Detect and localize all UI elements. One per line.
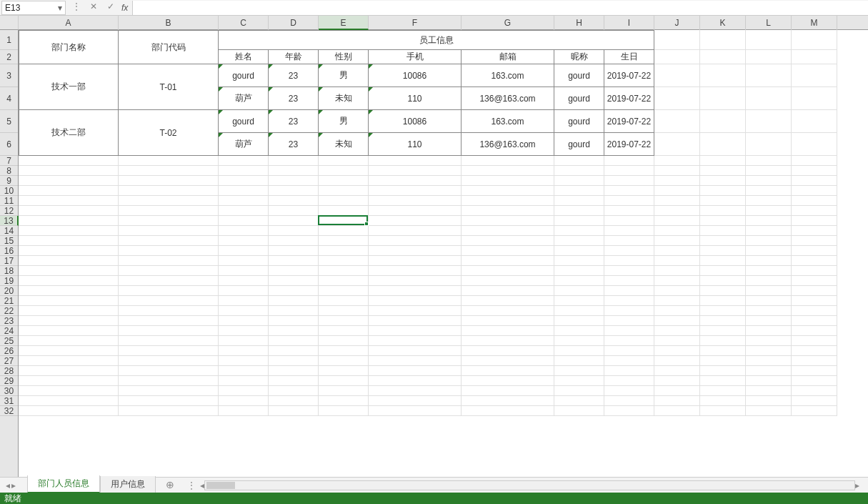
cell-D7[interactable] [269,156,319,166]
cell-K31[interactable] [700,396,746,406]
cell-L5[interactable] [746,110,792,133]
cell-B7[interactable] [119,156,219,166]
cell-H26[interactable] [554,346,604,356]
row-header-25[interactable]: 25 [0,336,18,346]
cell-L8[interactable] [746,166,792,176]
row-header-16[interactable]: 16 [0,246,18,256]
row-header-32[interactable]: 32 [0,406,18,416]
cell-H15[interactable] [554,236,604,246]
cell-H10[interactable] [554,186,604,196]
cell-J3[interactable] [654,64,700,87]
cell-F11[interactable] [369,196,462,206]
cell-M12[interactable] [792,206,837,216]
cell-M25[interactable] [792,336,837,346]
dept-name[interactable]: 技术一部 [19,64,119,110]
cell-J1[interactable] [654,30,700,50]
cell-G28[interactable] [462,366,554,376]
cell-J4[interactable] [654,87,700,110]
data-age[interactable]: 23 [269,133,319,156]
cell-L11[interactable] [746,196,792,206]
cell-M28[interactable] [792,366,837,376]
cell-D18[interactable] [269,266,319,276]
col-header-H[interactable]: H [554,16,604,30]
data-nick[interactable]: gourd [554,133,604,156]
cell-B16[interactable] [119,246,219,256]
cell-B15[interactable] [119,236,219,246]
cell-K32[interactable] [700,406,746,416]
cell-G16[interactable] [462,246,554,256]
cell-L3[interactable] [746,64,792,87]
cell-I22[interactable] [604,306,654,316]
cell-J2[interactable] [654,50,700,64]
cell-E30[interactable] [319,386,369,396]
header-sub-birthday[interactable]: 生日 [604,50,654,64]
col-header-D[interactable]: D [269,16,319,30]
cell-J32[interactable] [654,406,700,416]
cell-A15[interactable] [19,236,119,246]
cell-E21[interactable] [319,296,369,306]
cell-L13[interactable] [746,216,792,226]
data-name[interactable]: gourd [219,110,269,133]
cell-K27[interactable] [700,356,746,366]
cell-L19[interactable] [746,276,792,286]
cell-C25[interactable] [219,336,269,346]
cell-C27[interactable] [219,356,269,366]
header-dept-name[interactable]: 部门名称 [19,30,119,64]
cell-H30[interactable] [554,386,604,396]
scroll-track[interactable] [204,480,855,490]
cell-K29[interactable] [700,376,746,386]
cell-A26[interactable] [19,346,119,356]
cell-F28[interactable] [369,366,462,376]
row-header-2[interactable]: 2 [0,50,18,64]
cell-F26[interactable] [369,346,462,356]
row-header-10[interactable]: 10 [0,186,18,196]
dept-name[interactable]: 技术二部 [19,110,119,156]
cell-J12[interactable] [654,206,700,216]
cell-L16[interactable] [746,246,792,256]
cell-C21[interactable] [219,296,269,306]
cell-K16[interactable] [700,246,746,256]
cell-K13[interactable] [700,216,746,226]
cell-I27[interactable] [604,356,654,366]
cell-I15[interactable] [604,236,654,246]
cell-M11[interactable] [792,196,837,206]
data-nick[interactable]: gourd [554,110,604,133]
cell-D21[interactable] [269,296,319,306]
cell-I12[interactable] [604,206,654,216]
cell-H16[interactable] [554,246,604,256]
cell-F32[interactable] [369,406,462,416]
select-all-corner[interactable] [0,16,19,30]
cell-M2[interactable] [792,50,837,64]
cell-J29[interactable] [654,376,700,386]
cell-H19[interactable] [554,276,604,286]
cell-L7[interactable] [746,156,792,166]
cell-C11[interactable] [219,196,269,206]
cell-K15[interactable] [700,236,746,246]
col-header-L[interactable]: L [746,16,792,30]
cell-I19[interactable] [604,276,654,286]
cell-E27[interactable] [319,356,369,366]
cell-G25[interactable] [462,336,554,346]
cell-C18[interactable] [219,266,269,276]
cell-E15[interactable] [319,236,369,246]
cell-B32[interactable] [119,406,219,416]
cell-J11[interactable] [654,196,700,206]
cell-E32[interactable] [319,406,369,416]
row-header-15[interactable]: 15 [0,236,18,246]
cell-H23[interactable] [554,316,604,326]
cell-F9[interactable] [369,176,462,186]
cell-J24[interactable] [654,326,700,336]
cell-I21[interactable] [604,296,654,306]
cell-K20[interactable] [700,286,746,296]
cell-C10[interactable] [219,186,269,196]
cell-M29[interactable] [792,376,837,386]
col-header-A[interactable]: A [19,16,119,30]
cell-B13[interactable] [119,216,219,226]
row-header-19[interactable]: 19 [0,276,18,286]
cell-J5[interactable] [654,110,700,133]
data-age[interactable]: 23 [269,64,319,87]
cell-G21[interactable] [462,296,554,306]
cell-L10[interactable] [746,186,792,196]
cell-J27[interactable] [654,356,700,366]
cell-B25[interactable] [119,336,219,346]
